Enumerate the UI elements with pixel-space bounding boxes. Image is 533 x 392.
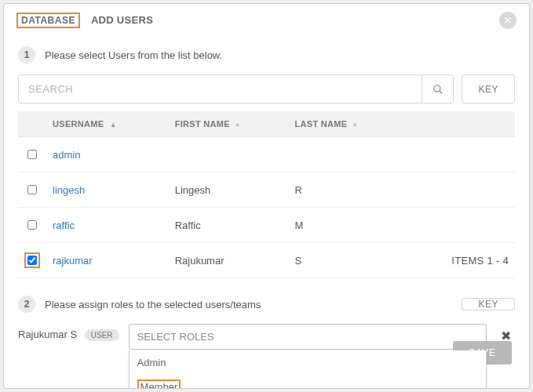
username-link[interactable]: admin	[53, 149, 80, 161]
svg-line-1	[440, 90, 443, 93]
step-1-row: 1 Please select Users from the list belo…	[18, 46, 515, 64]
search-button[interactable]	[422, 75, 453, 103]
col-first-name[interactable]: FIRST NAME ♦	[169, 111, 289, 137]
roles-select[interactable]: SELECT ROLES	[129, 324, 487, 350]
col-checkbox	[18, 111, 46, 137]
step-2-text: Please assign roles to the selected user…	[45, 299, 261, 310]
first-name-cell	[169, 137, 289, 172]
roles-dropdown: AdminMemberRead	[129, 350, 487, 389]
table-row: admin	[18, 137, 515, 172]
database-tag: DATABASE	[16, 13, 80, 28]
sort-icon: ♦	[353, 121, 356, 129]
col-last-name[interactable]: LAST NAME ♦	[289, 111, 405, 137]
search-group	[18, 74, 454, 103]
close-icon[interactable]: ✕	[499, 12, 517, 29]
table-row: lingeshLingeshR	[18, 172, 515, 208]
step-2-row: 2 Please assign roles to the selected us…	[18, 296, 515, 313]
username-link[interactable]: raffic	[53, 220, 75, 231]
username-link[interactable]: rajkumar	[53, 255, 93, 267]
items-count	[404, 208, 515, 243]
modal-title: ADD USERS	[91, 14, 153, 26]
roles-option[interactable]: Member	[130, 375, 486, 389]
col-first-name-label: FIRST NAME	[175, 119, 230, 129]
step-2-badge: 2	[18, 296, 35, 313]
last-name-cell: S	[289, 243, 405, 278]
user-badge: USER	[85, 329, 119, 341]
first-name-cell: Rajukumar	[169, 243, 289, 278]
table-row: rajkumarRajukumarSITEMS 1 - 4	[18, 243, 515, 278]
sort-asc-icon: ▲	[110, 121, 117, 129]
search-input[interactable]	[19, 75, 422, 103]
row-checkbox[interactable]	[27, 150, 37, 159]
svg-point-0	[434, 85, 440, 91]
row-checkbox[interactable]	[27, 256, 37, 265]
search-icon	[433, 84, 444, 95]
items-count	[404, 172, 515, 208]
users-table: USERNAME ▲ FIRST NAME ♦ LAST NAME ♦ admi…	[18, 111, 515, 278]
col-username-label: USERNAME	[53, 119, 104, 129]
row-checkbox[interactable]	[27, 220, 37, 230]
add-users-modal: DATABASE ADD USERS ✕ 1 Please select Use…	[3, 3, 530, 389]
table-row: rafficRafficM	[18, 208, 515, 243]
assign-row: Rajukumar S USER SELECT ROLES AdminMembe…	[18, 324, 515, 350]
last-name-cell: R	[289, 172, 405, 208]
row-checkbox[interactable]	[27, 185, 37, 194]
last-name-cell: M	[289, 208, 405, 243]
col-username[interactable]: USERNAME ▲	[46, 111, 169, 137]
step-1-text: Please select Users from the list below.	[45, 49, 222, 61]
col-last-name-label: LAST NAME	[295, 119, 348, 129]
first-name-cell: Raffic	[169, 208, 289, 243]
modal-header: DATABASE ADD USERS ✕	[4, 4, 529, 35]
key-button-bottom[interactable]: KEY	[462, 298, 515, 310]
username-link[interactable]: lingesh	[53, 184, 85, 196]
step-1-badge: 1	[18, 46, 35, 64]
first-name-cell: Lingesh	[169, 172, 289, 208]
assigned-user: Rajukumar S USER	[18, 324, 119, 341]
items-count: ITEMS 1 - 4	[404, 243, 515, 278]
key-button-top[interactable]: KEY	[462, 74, 515, 103]
assigned-user-name: Rajukumar S	[18, 328, 77, 340]
sort-icon: ♦	[235, 121, 238, 129]
items-count	[404, 137, 515, 172]
last-name-cell	[289, 137, 405, 172]
roles-option[interactable]: Admin	[130, 350, 486, 375]
col-spacer	[404, 111, 515, 137]
